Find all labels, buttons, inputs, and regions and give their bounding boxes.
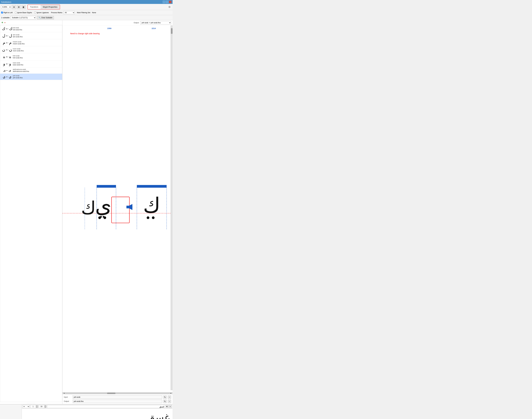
glyph-target-name: meem-arab.fina (13, 43, 25, 45)
left-panel: + – ك←ك kaf-arab kaf-arab.fina ل←ل lam-a… (0, 20, 62, 404)
main-content: + – ك←ك kaf-arab kaf-arab.fina ل←ل lam-a… (0, 20, 173, 404)
count-spin-up[interactable]: ▲ (44, 405, 46, 406)
list-item[interactable]: م←م meem-arab meem-arab.fina (0, 39, 62, 46)
glyph-target-name: waw-arab.fina (13, 64, 23, 66)
output-add-btn[interactable]: + (168, 400, 171, 403)
maximize-button[interactable]: □ (166, 1, 168, 3)
process-marks-select[interactable]: All (64, 11, 75, 14)
input-field[interactable] (73, 395, 162, 399)
ignore-ligatures-checkbox-label[interactable]: Ignore Ligatures (34, 12, 49, 13)
io-fields: Input: bc + Output: bc + (62, 394, 173, 404)
right-to-left-checkbox[interactable] (1, 12, 3, 13)
list-item[interactable]: ي←ي yeh-arab yeh-arab.fina (0, 74, 62, 80)
close-button[interactable]: ✕ (169, 1, 172, 3)
glyph-source-name: kaf-arab (13, 27, 22, 29)
svg-rect-1 (137, 185, 167, 188)
page-spin-up[interactable]: ▲ (36, 405, 38, 406)
svg-text:ك: ك (143, 194, 160, 217)
arabic-text-input[interactable] (47, 405, 165, 408)
input-row: Input: bc + (64, 395, 171, 399)
ignore-base-glyphs-checkbox[interactable] (15, 12, 17, 13)
toolbar: 6.00% ⊕ ⊞ ◧ Transform Glyph Properties ⚙ (0, 4, 173, 10)
list-item[interactable]: ل←ل lam-arab lam-arab.fina (0, 32, 62, 39)
glyph-source-name: yeh-arab (13, 75, 23, 77)
process-marks-group: Process Marks: All (51, 11, 75, 14)
ignore-ligatures-label: Ignore Ligatures (37, 12, 49, 13)
bottom-right-panel: ▼ ▲ ▼ ▲ ▼ ▼ + غسق (22, 405, 173, 419)
svg-point-12 (104, 216, 106, 219)
input-bc-icon-btn[interactable]: bc (163, 395, 167, 399)
scrollbar-track-h (65, 393, 170, 394)
count-num-input[interactable] (39, 405, 44, 408)
output-row: Output: bc + (64, 400, 171, 403)
page-spin-down[interactable]: ▼ (36, 406, 38, 408)
transform-icon-btn[interactable]: ⊕ (12, 5, 16, 9)
glyph-canvas: 2359 2214 Need to change right side bear… (62, 25, 173, 392)
glyph-target-name: alefmaksura-arab.fina (13, 70, 29, 72)
preview-arabic-text: غسق (147, 412, 170, 419)
process-marks-label: Process Marks: (51, 12, 63, 13)
count-spinner-btns: ▲ ▼ (44, 405, 46, 408)
list-item[interactable]: ن←ن noon-arab noon-arab.fina (0, 46, 62, 53)
glyph-source-name: noon-arab (13, 48, 24, 50)
page-num-input[interactable] (30, 405, 36, 408)
ignore-base-glyphs-checkbox-label[interactable]: Ignore Base Glyphs (15, 12, 32, 13)
svg-rect-0 (97, 185, 116, 188)
horizontal-scrollbar[interactable]: ◀ ▶ (62, 392, 173, 394)
list-item[interactable]: و←و waw-arab waw-arab.fina (0, 60, 62, 67)
right-to-left-label: Right to Left (3, 12, 13, 13)
list-item[interactable]: ك←ك kaf-arab kaf-arab.fina (0, 25, 62, 32)
glyph-visual: ى←ى (1, 69, 13, 72)
output-bar: Output: yeh-arab -> yeh-arab.fina (62, 20, 173, 25)
scroll-right-btn[interactable]: ▶ (170, 392, 172, 394)
bottom-left-panel (0, 405, 22, 419)
add-text-btn[interactable]: + (169, 405, 172, 408)
subtable-count: 1 subtable (1, 16, 10, 19)
tab-glyph-properties[interactable]: Glyph Properties (40, 5, 60, 9)
text-dropdown-btn[interactable]: ▼ (166, 405, 168, 408)
remove-button[interactable]: – (4, 21, 6, 24)
gear-button[interactable]: ⚙ (168, 5, 172, 9)
scroll-left-btn[interactable]: ◀ (63, 392, 65, 394)
right-to-left-checkbox-label[interactable]: Right to Left (1, 12, 13, 13)
svg-point-16 (146, 216, 149, 219)
list-item[interactable]: ى←ى alefmaksura-arab alefmaksura-arab.fi… (0, 67, 62, 74)
output-field[interactable] (73, 400, 162, 403)
add-button[interactable]: + (1, 21, 3, 24)
grid-icon-btn[interactable]: ⊞ (17, 5, 21, 9)
vertical-scrollbar[interactable] (171, 25, 173, 390)
ignore-ligatures-checkbox[interactable] (34, 12, 36, 13)
scrollbar-thumb-h[interactable] (107, 393, 116, 394)
output-glyph-select[interactable]: yeh-arab -> yeh-arab.fina (140, 21, 171, 24)
page-spinner-btns: ▲ ▼ (36, 405, 38, 408)
output-bc-icon-btn[interactable]: bc (163, 400, 167, 403)
glyph-list: ك←ك kaf-arab kaf-arab.fina ل←ل lam-arab … (0, 25, 62, 402)
input-add-btn[interactable]: + (168, 395, 171, 399)
title-bar: Substitution) – □ ✕ (0, 0, 173, 4)
glyph-target-name: noon-arab.fina (13, 50, 24, 52)
minimize-button[interactable]: – (163, 1, 165, 3)
clear-subtable-button[interactable]: 🔧 Clear Subtable (37, 16, 54, 19)
select-icon-btn[interactable]: ◧ (22, 5, 26, 9)
subtable-select[interactable]: Subtable 1 (171/171) (11, 16, 36, 19)
list-item[interactable]: ه←ه heh-arab heh-arab.fina (0, 53, 62, 60)
glyph-source-name: heh-arab (13, 55, 23, 57)
tab-group: Transform Glyph Properties (27, 5, 60, 9)
tab-transform[interactable]: Transform (28, 5, 40, 9)
zoom-select[interactable]: 6.00% (1, 5, 11, 9)
bc-icon: bc (164, 396, 166, 398)
glyph-visual: ل←ل (1, 33, 13, 38)
glyph-source-name: meem-arab (13, 41, 25, 43)
glyph-source-name: alefmaksura-arab (13, 68, 29, 70)
ignore-base-glyphs-label: Ignore Base Glyphs (17, 12, 32, 13)
separator-dots: · · · · · · · · · · (0, 402, 62, 404)
mark-filter-value: None (92, 12, 96, 13)
mark-filter-label: Mark Filtering Set: (77, 12, 91, 13)
scrollbar-thumb-v[interactable] (171, 28, 173, 34)
count-spin-down[interactable]: ▼ (44, 406, 46, 408)
glyph-target-name: yeh-arab.fina (13, 77, 23, 79)
title-controls: – □ ✕ (163, 1, 172, 3)
output-bar-label: Output: (134, 22, 139, 24)
count-num-spinner: ▲ ▼ (39, 405, 46, 408)
page-dropdown[interactable]: ▼ (23, 405, 30, 408)
